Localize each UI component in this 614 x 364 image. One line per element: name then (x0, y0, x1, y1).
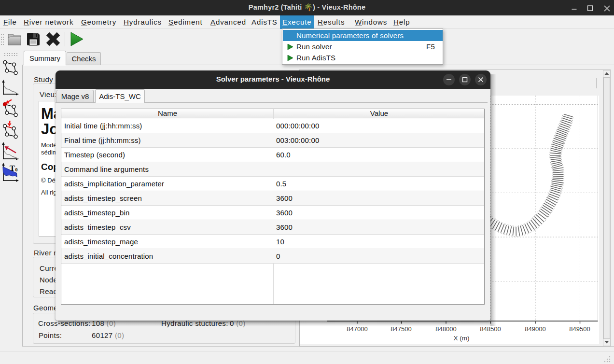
svg-text:0: 0 (15, 167, 18, 172)
svg-text:T: T (10, 164, 15, 173)
